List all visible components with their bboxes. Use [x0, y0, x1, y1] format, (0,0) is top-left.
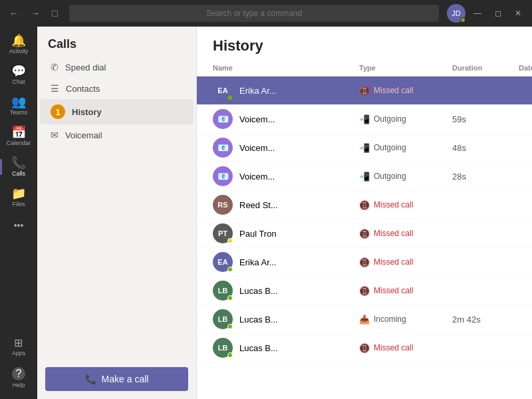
forward-button[interactable]: → [27, 5, 44, 21]
nav-buttons: ← → □ [5, 5, 61, 21]
call-type-label: Missed call [374, 343, 413, 352]
back-button[interactable]: ← [5, 5, 23, 21]
maximize-button[interactable]: ◻ [489, 6, 507, 21]
sidebar-item-activity[interactable]: 🔔 Activity [0, 29, 37, 60]
type-cell: 📵 Missed call [359, 229, 452, 239]
name-cell: 📧 Voicem... [213, 109, 359, 129]
avatar: PT [213, 223, 233, 243]
sidebar-item-calls[interactable]: 📞 Calls [0, 152, 37, 182]
table-row[interactable]: PT Paul Tron 📵 Missed call 9/27 12:05 PM… [197, 219, 532, 248]
avatar: LB [213, 309, 233, 329]
date-cell: 9/27 12:08 PM [519, 200, 532, 210]
type-cell: 📵 Missed call [359, 200, 452, 210]
call-type-icon: 📵 [359, 200, 370, 210]
name-cell: RS Reed St... [213, 195, 359, 215]
avatar: EA [213, 80, 233, 100]
date-cell: 11:09 AM [519, 143, 532, 153]
name-cell: PT Paul Tron [213, 223, 359, 243]
sidebar-item-teams[interactable]: 👥 Teams [0, 90, 37, 121]
make-call-button[interactable]: 📞 Make a call [45, 367, 188, 391]
activity-icon: 🔔 [11, 35, 26, 47]
type-cell: 📲 Outgoing [359, 114, 452, 124]
contact-name: Lucas B... [239, 286, 278, 296]
table-row[interactable]: LB Lucas B... 📵 Missed call 9/27 11:56 A… [197, 277, 532, 305]
sidebar-item-more[interactable]: ••• [0, 215, 37, 235]
table-row[interactable]: LB Lucas B... 📥 Incoming 2m 42s 9/24 3:1… [197, 305, 532, 334]
avatar: 📧 [213, 138, 233, 158]
user-avatar[interactable]: JD [447, 4, 466, 23]
contacts-item[interactable]: ☰ Contacts [40, 78, 194, 99]
call-type-label: Missed call [374, 200, 413, 209]
call-type-label: Outgoing [374, 114, 406, 124]
speed-dial-icon: ✆ [51, 62, 59, 72]
calendar-icon: 📅 [11, 126, 26, 138]
table-header: Name Type Duration Date [197, 60, 532, 76]
avatar: RS [213, 195, 233, 215]
date-cell: 9/27 11:56 AM [519, 286, 532, 296]
sidebar-item-apps[interactable]: ⊞ Apps [12, 332, 26, 362]
voicemail-icon: ✉ [51, 130, 59, 140]
history-item[interactable]: 1 History [40, 99, 194, 124]
date-cell: 9/24 3:15 PM [519, 315, 532, 325]
date-cell: 9/27 12:05 PM [519, 229, 532, 239]
close-button[interactable]: ✕ [509, 6, 527, 21]
table-row[interactable]: LB Lucas B... 📵 Missed call 9/24 3:13 PM… [197, 334, 532, 362]
app-body: 🔔 Activity 💬 Chat 👥 Teams 📅 Calendar 📞 C… [0, 27, 532, 399]
table-row[interactable]: EA Erika Ar... 📵 Missed call 11:17 AM ••… [197, 76, 532, 105]
duration-cell: 2m 42s [452, 315, 519, 325]
avatar-status-indicator [227, 238, 233, 243]
table-row[interactable]: 📧 Voicem... 📲 Outgoing 48s 11:09 AM ••• [197, 134, 532, 162]
avatar: 📧 [213, 166, 233, 186]
type-cell: 📲 Outgoing [359, 172, 452, 182]
sidebar-item-help[interactable]: ? Help [12, 362, 26, 394]
call-type-icon: 📵 [359, 286, 370, 296]
call-type-icon: 📵 [359, 86, 370, 96]
chat-icon: 💬 [11, 65, 26, 77]
apps-icon: ⊞ [14, 338, 23, 348]
name-cell: EA Erika Ar... [213, 80, 359, 100]
avatar-status-indicator [227, 95, 233, 100]
duration-cell: 59s [452, 114, 519, 124]
type-cell: 📲 Outgoing [359, 143, 452, 153]
call-type-icon: 📵 [359, 343, 370, 353]
contact-name: Voicem... [239, 172, 275, 182]
avatar-status-indicator [227, 352, 233, 358]
contact-name: Paul Tron [239, 229, 277, 239]
call-type-label: Missed call [374, 86, 413, 95]
avatar: LB [213, 281, 233, 301]
speed-dial-item[interactable]: ✆ Speed dial [40, 57, 194, 78]
name-cell: 📧 Voicem... [213, 166, 359, 186]
avatar: 📧 [213, 109, 233, 129]
name-cell: LB Lucas B... [213, 281, 359, 301]
call-type-label: Missed call [374, 286, 413, 295]
date-cell: 9/27 12:03 PM [519, 257, 532, 267]
type-cell: 📥 Incoming [359, 315, 452, 325]
table-row[interactable]: 📧 Voicem... 📲 Outgoing 59s 11:11 AM ••• [197, 105, 532, 134]
voicemail-item[interactable]: ✉ Voicemail [40, 124, 194, 146]
teams-icon: 👥 [11, 96, 26, 108]
call-type-icon: 📵 [359, 229, 370, 239]
sidebar-bottom: 📞 Make a call [37, 359, 196, 399]
history-badge: 1 [51, 104, 65, 119]
calls-sidebar: Calls ✆ Speed dial ☰ Contacts 1 History … [37, 27, 197, 399]
sidebar-item-calendar[interactable]: 📅 Calendar [0, 121, 37, 152]
table-body: EA Erika Ar... 📵 Missed call 11:17 AM ••… [197, 76, 532, 362]
contact-name: Voicem... [239, 114, 275, 124]
avatar-status-indicator [227, 324, 233, 329]
help-icon: ? [12, 367, 25, 380]
type-cell: 📵 Missed call [359, 257, 452, 267]
table-row[interactable]: EA Erika Ar... 📵 Missed call 9/27 12:03 … [197, 248, 532, 277]
table-row[interactable]: RS Reed St... 📵 Missed call 9/27 12:08 P… [197, 191, 532, 219]
minimize-button[interactable]: — [468, 6, 487, 21]
search-input[interactable] [69, 5, 439, 22]
sidebar-item-files[interactable]: 📁 Files [0, 182, 37, 213]
title-bar: ← → □ JD — ◻ ✕ [0, 0, 532, 27]
refresh-button[interactable]: □ [48, 5, 61, 21]
date-cell: 9/27 12:30 PM [519, 172, 532, 182]
name-cell: 📧 Voicem... [213, 138, 359, 158]
avatar-status-indicator [227, 267, 233, 272]
table-row[interactable]: 📧 Voicem... 📲 Outgoing 28s 9/27 12:30 PM… [197, 162, 532, 191]
call-type-label: Missed call [374, 257, 413, 267]
avatar: EA [213, 252, 233, 272]
sidebar-item-chat[interactable]: 💬 Chat [0, 60, 37, 90]
